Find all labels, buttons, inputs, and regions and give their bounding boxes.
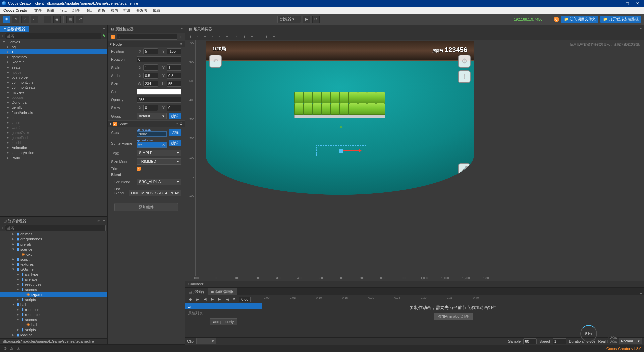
distribute-button[interactable]: ⫠ [256, 33, 262, 39]
add-component-icon[interactable]: + [179, 35, 181, 39]
asset-item-scenes[interactable]: ▾▮ scenes [0, 287, 107, 292]
asset-item-tzGame[interactable]: ▾▮ tzGame [0, 267, 107, 272]
selection-gizmo[interactable] [316, 145, 366, 156]
y-axis-handle[interactable] [341, 126, 341, 146]
hierarchy-search-input[interactable] [5, 33, 101, 39]
sprite-section-header[interactable]: ▾ ✓ Sprite? ⚙ [108, 120, 185, 127]
align-bottom-button[interactable]: ⫟ [224, 33, 230, 39]
sprite-type-select[interactable]: SIMPLE▾ [137, 150, 181, 156]
chat-button[interactable]: 💬 [458, 179, 471, 191]
src-blend-select[interactable]: SRC_ALPHA▾ [137, 179, 181, 185]
skew-x-input[interactable] [143, 105, 158, 111]
maximize-button[interactable]: ▢ [623, 0, 632, 6]
add-node-button[interactable]: + [2, 34, 4, 38]
scene-tab[interactable]: ▤ 场景编辑器 [185, 26, 215, 32]
skew-y-input[interactable] [167, 105, 181, 111]
panel-menu-icon[interactable]: ≡ [179, 27, 185, 31]
asset-item-qxg[interactable]: ◉ qxg [0, 252, 107, 257]
first-frame-button[interactable]: ⏮ [195, 296, 201, 302]
distribute-button[interactable]: ⫞ [263, 33, 270, 39]
align-tool-button[interactable]: ▤ [66, 16, 74, 23]
settings-button[interactable]: ⚙ [458, 55, 471, 68]
open-install-path-button[interactable]: 📁 打开程序安装路径 [600, 16, 641, 23]
menu-help[interactable]: 帮助 [151, 8, 162, 13]
atlas-ref[interactable]: None [137, 131, 167, 137]
opacity-input[interactable] [137, 97, 181, 103]
timeline-track-zi[interactable]: zi [185, 303, 262, 309]
minimize-button[interactable]: — [612, 0, 622, 6]
tree-item-bg[interactable]: ▸bg [0, 44, 107, 49]
asset-item-loading[interactable]: ▸▮ loading [0, 332, 107, 337]
align-top-button[interactable]: ⫠ [209, 33, 216, 39]
asset-item-tzgame[interactable]: ◉ tzgame [0, 292, 107, 297]
scale-tool-button[interactable]: ⤢ [21, 16, 29, 23]
add-component-button[interactable]: 添加组件 [114, 203, 178, 211]
tree-item-voice[interactable]: ▸voice [0, 120, 107, 125]
align-middle-button[interactable]: ⫞ [216, 33, 223, 39]
menu-developer[interactable]: 开发者 [134, 8, 149, 13]
distribute-h-button[interactable]: ⫠ [233, 33, 240, 39]
tree-item-gemfly[interactable]: ▸gemfly [0, 105, 107, 110]
tree-item-fapaiAnimals[interactable]: ▸fapaiAnimals [0, 110, 107, 115]
tree-item-commonSeats[interactable]: ▸commonSeats [0, 85, 107, 90]
menu-layout[interactable]: 布局 [109, 8, 120, 13]
hierarchy-tab[interactable]: ≡ 层级管理器 [0, 26, 29, 32]
wrap-mode-select[interactable]: Normal▾ [619, 338, 642, 344]
refresh-button[interactable]: ⟳ [312, 16, 320, 23]
close-button[interactable]: ✕ [633, 0, 642, 6]
scale-x-input[interactable] [143, 64, 158, 71]
menu-file[interactable]: 文件 [32, 8, 44, 13]
asset-item-hall[interactable]: ▾▮ hall [0, 302, 107, 307]
inspector-tab[interactable]: ⊡ 属性检查器 [108, 26, 137, 32]
tree-item-popups[interactable]: ▸popups [0, 95, 107, 100]
menu-edit[interactable]: 编辑 [45, 8, 56, 13]
node-name-input[interactable] [117, 34, 177, 40]
tree-item-gameinfo[interactable]: ▸gameinfo [0, 54, 107, 59]
play-button[interactable]: ▶ [303, 16, 310, 23]
tree-item-RoomId[interactable]: ▸RoomId [0, 59, 107, 64]
clear-ref-icon[interactable]: ✕ [162, 143, 165, 147]
node-active-checkbox[interactable]: ✓ [111, 35, 115, 39]
spriteframe-ref[interactable]: ttz✕ [137, 142, 167, 148]
size-h-input[interactable] [167, 81, 181, 87]
voice-button[interactable]: 🎤 [458, 163, 471, 176]
assets-tab[interactable]: ⊞ 资源管理器 [0, 218, 30, 224]
dst-blend-select[interactable]: ONE_MINUS_SRC_ALPHA▾ [129, 190, 181, 196]
info-icon[interactable]: ⓘ [16, 346, 21, 351]
asset-item-paiType[interactable]: ▸▮ paiType [0, 272, 107, 277]
group-edit-button[interactable]: 编辑 [169, 113, 181, 119]
distribute-v-button[interactable]: ⫞ [241, 33, 248, 39]
add-property-button[interactable]: add property [210, 318, 238, 325]
menu-project[interactable]: 项目 [83, 8, 95, 13]
panel-menu-icon[interactable]: ≡ [101, 27, 107, 31]
asset-item-hall[interactable]: ◉ hall [0, 322, 107, 327]
distribute-button[interactable]: ⫟ [270, 33, 277, 39]
tree-item-wanfa[interactable]: ▸wanfa [0, 125, 107, 130]
anchor-tool-button[interactable]: ⊹ [44, 16, 51, 23]
warning-icon[interactable]: ⚠ [9, 346, 14, 351]
position-y-input[interactable] [167, 48, 181, 54]
record-button[interactable]: ⏺ [187, 296, 193, 302]
panel-menu-icon[interactable]: ≡ [638, 27, 644, 31]
tree-item-chat[interactable]: ▸chat [0, 115, 107, 120]
anchor-y-input[interactable] [167, 73, 181, 79]
github-button[interactable]: ⎇ [76, 16, 83, 23]
scale-y-input[interactable] [167, 64, 181, 71]
x-axis-handle[interactable] [341, 150, 361, 151]
asset-item-scripts[interactable]: ▸▮ scripts [0, 297, 107, 302]
tree-item-notice[interactable]: ▸notice [0, 70, 107, 75]
rotate-tool-button[interactable]: ↻ [12, 16, 19, 23]
move-tool-button[interactable]: ✥ [3, 16, 10, 23]
tree-item-Donghua[interactable]: ▸Donghua [0, 100, 107, 105]
align-center-h-button[interactable]: ⫠ [194, 33, 201, 39]
info-button[interactable]: ! [458, 70, 471, 83]
play-anim-button[interactable]: ▶ [209, 296, 215, 302]
asset-item-scenes[interactable]: ▾▮ scenes [0, 317, 107, 322]
tree-item-liwu0[interactable]: ▸liwu0 [0, 155, 107, 160]
size-mode-select[interactable]: TRIMMED▾ [137, 158, 181, 165]
color-picker[interactable] [137, 89, 181, 95]
tree-item-kaishi[interactable]: ▸kaishi [0, 140, 107, 145]
speed-input[interactable] [553, 338, 566, 344]
open-project-folder-button[interactable]: 📁 访问项目文件夹 [561, 16, 598, 23]
asset-item-modules[interactable]: ▸▮ modules [0, 307, 107, 312]
